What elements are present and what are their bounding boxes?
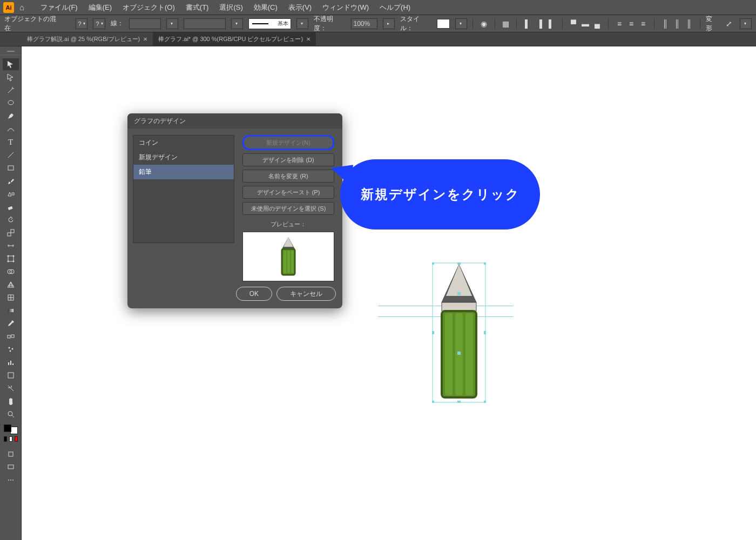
perspective-grid-tool-icon[interactable] xyxy=(3,279,19,291)
curvature-tool-icon[interactable] xyxy=(3,123,19,135)
symbol-sprayer-tool-icon[interactable] xyxy=(3,343,19,355)
width-tool-icon[interactable] xyxy=(3,240,19,252)
q-dropdown-1[interactable]: ?▾ xyxy=(76,18,88,29)
align-bottom-icon[interactable]: ▄ xyxy=(592,18,603,29)
distribute-top-icon[interactable]: ≡ xyxy=(614,18,625,29)
blend-tool-icon[interactable] xyxy=(3,330,19,342)
eraser-tool-icon[interactable] xyxy=(3,201,19,213)
shape-builder-tool-icon[interactable] xyxy=(3,266,19,278)
direct-selection-tool-icon[interactable] xyxy=(3,71,19,83)
scale-tool-icon[interactable] xyxy=(3,227,19,239)
close-icon[interactable]: ✕ xyxy=(143,36,147,42)
free-transform-tool-icon[interactable] xyxy=(3,253,19,265)
draw-mode-icon[interactable] xyxy=(3,448,19,460)
screen-mode-icon[interactable] xyxy=(3,461,19,473)
fill-color-icon[interactable] xyxy=(4,424,11,432)
column-graph-tool-icon[interactable] xyxy=(3,356,19,368)
menu-edit[interactable]: 編集(E) xyxy=(84,3,116,12)
menu-type[interactable]: 書式(T) xyxy=(181,3,213,12)
align-top-icon[interactable]: ▀ xyxy=(568,18,579,29)
distribute-bottom-icon[interactable]: ≡ xyxy=(638,18,649,29)
variable-width-profile[interactable] xyxy=(184,18,226,29)
svg-rect-21 xyxy=(10,361,11,365)
transform-label[interactable]: 変形 xyxy=(706,15,719,33)
rename-design-button[interactable]: 名前を変更 (R) xyxy=(242,170,334,183)
distribute-vcenter-icon[interactable]: ≡ xyxy=(626,18,637,29)
recolor-icon[interactable]: ◉ xyxy=(478,18,489,29)
distribute-hcenter-icon[interactable]: ║ xyxy=(672,18,683,29)
new-design-button[interactable]: 新規デザイン(N) xyxy=(242,135,334,150)
transform-dropdown[interactable]: ▾ xyxy=(740,18,752,29)
toolbar-grip[interactable] xyxy=(1,50,21,55)
align-hcenter-icon[interactable]: ▐ xyxy=(534,18,545,29)
align-left-icon[interactable]: ▌ xyxy=(522,18,533,29)
hand-tool-icon[interactable] xyxy=(3,395,19,407)
paintbrush-tool-icon[interactable] xyxy=(3,175,19,187)
selection-tool-icon[interactable] xyxy=(3,58,19,70)
list-item[interactable]: 新規デザイン xyxy=(133,150,234,165)
fill-stroke-swatch[interactable] xyxy=(4,424,18,434)
design-preview xyxy=(242,232,334,281)
slice-tool-icon[interactable] xyxy=(3,382,19,394)
menu-file[interactable]: ファイル(F) xyxy=(36,3,82,12)
delete-design-button[interactable]: デザインを削除 (D) xyxy=(242,153,334,166)
gradient-tool-icon[interactable] xyxy=(3,305,19,316)
pen-tool-icon[interactable] xyxy=(3,110,19,122)
lasso-tool-icon[interactable] xyxy=(3,97,19,109)
color-gradient-icon[interactable] xyxy=(9,436,12,442)
brush-dropdown[interactable]: ▾ xyxy=(296,18,308,29)
eyedropper-tool-icon[interactable] xyxy=(3,318,19,329)
rotate-tool-icon[interactable] xyxy=(3,214,19,226)
color-solid-icon[interactable] xyxy=(4,436,7,442)
close-icon[interactable]: ✕ xyxy=(306,36,310,42)
cancel-button[interactable]: キャンセル xyxy=(276,287,336,301)
zoom-tool-icon[interactable] xyxy=(3,408,19,420)
svg-rect-38 xyxy=(484,262,486,265)
distribute-right-icon[interactable]: ║ xyxy=(684,18,694,29)
document-tab[interactable]: 棒グラフ解説.ai @ 25 %(RGB/プレビュー) ✕ xyxy=(22,32,153,46)
pencil-artwork-selected[interactable] xyxy=(432,262,486,404)
ok-button[interactable]: OK xyxy=(236,287,272,301)
menu-window[interactable]: ウィンドウ(W) xyxy=(318,3,373,12)
magic-wand-tool-icon[interactable] xyxy=(3,84,19,96)
menu-select[interactable]: 選択(S) xyxy=(215,3,247,12)
q-dropdown-2[interactable]: ?▾ xyxy=(93,18,105,29)
home-icon[interactable]: ⌂ xyxy=(19,3,24,12)
control-bar: オブジェクトの混在 ?▾ ?▾ 線： ▾ ▾ 基本 ▾ 不透明度： 100% ▸… xyxy=(0,15,756,32)
brush-definition[interactable]: 基本 xyxy=(248,18,291,29)
align-panel-icon[interactable]: ▦ xyxy=(500,18,511,29)
color-none-icon[interactable] xyxy=(15,436,18,442)
menu-object[interactable]: オブジェクト(O) xyxy=(118,3,179,12)
opacity-label: 不透明度： xyxy=(314,15,346,33)
artboard-tool-icon[interactable] xyxy=(3,369,19,381)
opacity-dropdown[interactable]: ▸ xyxy=(383,18,395,29)
menu-view[interactable]: 表示(V) xyxy=(284,3,316,12)
design-list[interactable]: コイン 新規デザイン 鉛筆 xyxy=(133,135,234,243)
stroke-weight-field[interactable] xyxy=(129,18,161,29)
shaper-tool-icon[interactable] xyxy=(3,188,19,200)
transform-icon[interactable]: ⤢ xyxy=(724,18,734,29)
opacity-field[interactable]: 100% xyxy=(351,18,377,29)
menu-effect[interactable]: 効果(C) xyxy=(249,3,282,12)
rectangle-tool-icon[interactable] xyxy=(3,162,19,174)
menu-help[interactable]: ヘルプ(H) xyxy=(375,3,415,12)
document-tab-active[interactable]: 棒グラフ.ai* @ 300 %(RGB/CPU ピクセルプレビュー) ✕ xyxy=(153,32,316,46)
list-item-selected[interactable]: 鉛筆 xyxy=(133,165,234,179)
list-item[interactable]: コイン xyxy=(133,136,234,150)
graphic-style-swatch[interactable] xyxy=(437,19,450,29)
paste-design-button[interactable]: デザインをペースト (P) xyxy=(242,186,334,199)
style-dropdown[interactable]: ▾ xyxy=(455,18,467,29)
stroke-color-icon[interactable] xyxy=(10,427,18,434)
line-tool-icon[interactable] xyxy=(3,149,19,161)
mesh-tool-icon[interactable] xyxy=(3,292,19,303)
distribute-left-icon[interactable]: ║ xyxy=(660,18,671,29)
stroke-dropdown[interactable]: ▾ xyxy=(166,18,178,29)
type-tool-icon[interactable]: T xyxy=(3,136,19,148)
edit-toolbar-icon[interactable]: ⋯ xyxy=(3,474,19,486)
align-right-icon[interactable]: ▌ xyxy=(546,18,557,29)
svg-rect-4 xyxy=(8,233,11,236)
width-dropdown[interactable]: ▾ xyxy=(231,18,243,29)
select-unused-button[interactable]: 未使用のデザインを選択 (S) xyxy=(242,202,334,215)
svg-rect-42 xyxy=(457,401,461,403)
align-vcenter-icon[interactable]: ▬ xyxy=(580,18,591,29)
